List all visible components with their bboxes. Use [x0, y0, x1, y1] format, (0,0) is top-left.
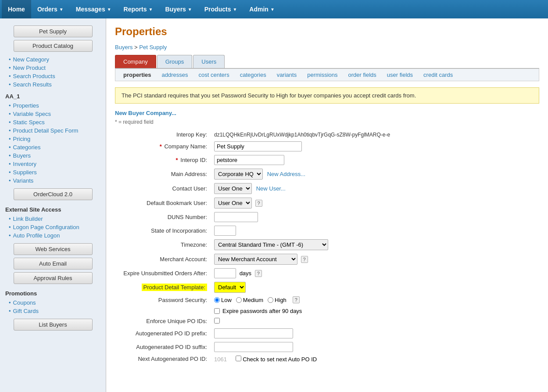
days-unit: days [240, 270, 251, 277]
sub-tab-categories[interactable]: categories [235, 69, 272, 81]
company-name-label: * Company Name: [115, 140, 211, 153]
password-security-label: Password Security: [115, 295, 211, 306]
sub-tab-variants[interactable]: variants [272, 69, 302, 81]
tab-groups[interactable]: Groups [157, 55, 193, 68]
contact-user-label: Contact User: [115, 181, 211, 196]
sub-tab-order-fields[interactable]: order fields [343, 69, 382, 81]
sidebar-section-promotions: Promotions [0, 287, 106, 298]
company-name-row: * Company Name: [115, 140, 539, 153]
tab-users[interactable]: Users [193, 55, 225, 68]
expire-orders-help-icon[interactable]: ? [255, 270, 262, 277]
breadcrumb-current[interactable]: Pet Supply [139, 44, 167, 50]
nav-reports[interactable]: Reports ▼ [118, 0, 159, 18]
radio-medium[interactable]: Medium [236, 297, 263, 303]
nav-admin[interactable]: Admin ▼ [243, 0, 280, 18]
form-section-title: New Buyer Company... [115, 110, 539, 116]
ordercloud-button[interactable]: OrderCloud 2.0 [14, 188, 93, 200]
new-address-link[interactable]: New Address... [267, 171, 305, 177]
list-item[interactable]: Auto Profile Logon [9, 231, 100, 240]
list-item[interactable]: New Category [9, 55, 100, 64]
aa1-list: Properties Variable Specs Static Specs P… [0, 101, 106, 186]
default-bookmark-select[interactable]: User One [214, 198, 252, 209]
merchant-select[interactable]: New Merchant Account [214, 254, 297, 265]
enforce-unique-checkbox[interactable] [214, 318, 220, 324]
autogen-suffix-row: Autogenerated PO ID suffix: [115, 340, 539, 354]
list-item[interactable]: Logon Page Configuration [9, 223, 100, 231]
list-item[interactable]: Categories [9, 143, 100, 151]
main-address-label: Main Address: [115, 167, 211, 181]
external-list: Link Builder Logon Page Configuration Au… [0, 214, 106, 241]
expire-passwords-row-content: Expire passwords after 90 days [214, 308, 537, 314]
list-buyers-button[interactable]: List Buyers [14, 319, 93, 331]
sub-tab-properties[interactable]: properties [118, 69, 157, 81]
list-item[interactable]: Buyers [9, 151, 100, 160]
state-label: State of Incorporation: [115, 224, 211, 237]
sub-tab-permissions[interactable]: permissions [302, 69, 343, 81]
list-item[interactable]: Coupons [9, 298, 100, 307]
tab-company[interactable]: Company [115, 55, 156, 68]
product-catalog-button[interactable]: Product Catalog [14, 40, 93, 52]
radio-high[interactable]: High [268, 297, 287, 303]
list-item[interactable]: Suppliers [9, 168, 100, 176]
list-item[interactable]: Variants [9, 176, 100, 185]
list-item[interactable]: Static Specs [9, 118, 100, 126]
state-input[interactable] [214, 226, 236, 236]
sub-tab-cost-centers[interactable]: cost centers [193, 69, 235, 81]
web-services-button[interactable]: Web Services [14, 243, 93, 255]
pet-supply-button[interactable]: Pet Supply [14, 25, 93, 37]
timezone-select[interactable]: Central Standard Time - (GMT -6) [214, 239, 328, 250]
required-note: * = required field [115, 119, 539, 125]
list-item[interactable]: Variable Specs [9, 110, 100, 118]
nav-buyers[interactable]: Buyers ▼ [159, 0, 198, 18]
password-security-help-icon[interactable]: ? [293, 296, 300, 303]
main-content: Properties Buyers > Pet Supply Company G… [106, 18, 548, 392]
default-bookmark-label: Default Bookmark User: [115, 196, 211, 210]
contact-user-select[interactable]: User One [214, 183, 252, 194]
nav-messages[interactable]: Messages ▼ [70, 0, 118, 18]
sub-tab-addresses[interactable]: addresses [157, 69, 193, 81]
expire-orders-input[interactable] [214, 268, 236, 278]
enforce-unique-row: Enforce Unique PO IDs: [115, 316, 539, 327]
interop-id-input[interactable] [214, 155, 284, 165]
list-item[interactable]: New Product [9, 64, 100, 72]
product-template-select[interactable]: Default [214, 282, 246, 293]
list-item[interactable]: Inventory [9, 160, 100, 168]
autogen-prefix-label: Autogenerated PO ID prefix: [115, 327, 211, 340]
list-item[interactable]: Search Products [9, 72, 100, 80]
nav-home[interactable]: Home [2, 0, 31, 18]
duns-input[interactable] [214, 212, 258, 222]
merchant-help-icon[interactable]: ? [301, 256, 308, 263]
breadcrumb-separator: > [134, 44, 139, 50]
list-item[interactable]: Gift Cards [9, 307, 100, 315]
sub-tab-credit-cards[interactable]: credit cards [418, 69, 458, 81]
new-user-link[interactable]: New User... [256, 185, 286, 192]
list-item[interactable]: Product Detail Spec Form [9, 126, 100, 135]
breadcrumb-buyers[interactable]: Buyers [115, 44, 133, 50]
sidebar-section-aa1: AA_1 [0, 90, 106, 101]
sub-tab-user-fields[interactable]: user fields [382, 69, 418, 81]
approval-rules-button[interactable]: Approval Rules [14, 272, 93, 284]
autogen-prefix-row: Autogenerated PO ID prefix: [115, 327, 539, 340]
interop-key-label: Interop Key: [115, 129, 211, 140]
nav-products[interactable]: Products ▼ [198, 0, 244, 18]
check-next-autogen-label: Check to set next Auto PO ID [243, 356, 317, 363]
expire-passwords-checkbox[interactable] [214, 308, 220, 314]
auto-email-button[interactable]: Auto Email [14, 258, 93, 270]
check-next-autogen-checkbox[interactable] [236, 356, 241, 361]
radio-low[interactable]: Low [214, 297, 232, 303]
list-item[interactable]: Link Builder [9, 215, 100, 223]
main-address-select[interactable]: Corporate HQ [214, 169, 263, 180]
buyers-arrow: ▼ [188, 7, 192, 12]
list-item[interactable]: Properties [9, 101, 100, 110]
nav-orders[interactable]: Orders ▼ [31, 0, 70, 18]
list-item[interactable]: Search Results [9, 80, 100, 89]
autogen-suffix-input[interactable] [214, 342, 293, 352]
sidebar-section-external: External Site Access [0, 203, 106, 214]
company-name-input[interactable] [214, 141, 302, 151]
autogen-prefix-input[interactable] [214, 328, 293, 338]
alert-box: The PCI standard requires that you set P… [115, 87, 539, 104]
expire-orders-row: Expire Unsubmitted Orders After: days ? [115, 266, 539, 280]
default-bookmark-help-icon[interactable]: ? [255, 200, 262, 207]
list-item[interactable]: Pricing [9, 135, 100, 143]
timezone-row: Timezone: Central Standard Time - (GMT -… [115, 237, 539, 252]
